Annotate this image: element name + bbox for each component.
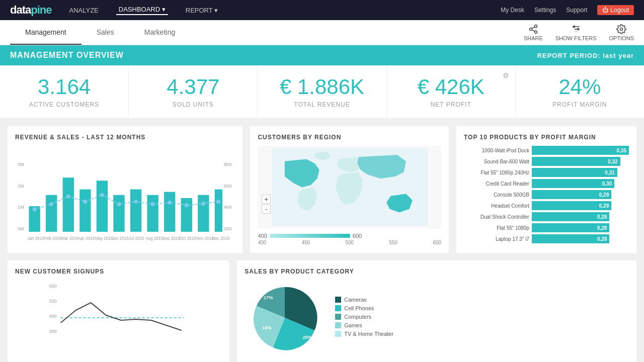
product-name: Console 500GB [464,192,529,198]
map-legend-gradient [270,234,350,238]
product-bar: 0,28 [532,223,609,232]
my-desk-link[interactable]: My Desk [501,7,524,14]
product-value: 0,28 [597,214,607,220]
top10-products-panel: TOP 10 PRODUCTS BY PROFIT MARGIN 1000-Wa… [456,126,636,253]
x-label-sep: Sep 2015 [163,236,180,241]
legend-400: 400 [258,240,266,245]
bar-mar [63,177,74,232]
x-label-may: May 2015 [95,236,113,241]
bar-aug [147,195,158,232]
svg-point-9 [577,28,579,30]
options-action[interactable]: OPTIONS [609,24,634,41]
pie-label-25: 25% [303,335,312,340]
x-label-jul: Jul 2015 [129,236,144,241]
bar-feb [46,195,57,232]
kpi-row: 3.164 ACTIVE CUSTOMERS 4.377 SOLD UNITS … [0,65,644,119]
games-dot [335,322,341,328]
top-navigation: datapine ANALYZE DASHBOARD REPORT My Des… [0,0,644,20]
logout-button[interactable]: ⏻ Logout [597,5,634,15]
kpi-value-margin: 24% [528,75,631,99]
logo[interactable]: datapine [10,4,51,17]
nav-report[interactable]: REPORT [183,7,220,14]
revenue-chart-svg: 3M 2M 1M 0M 800 600 400 200 [15,146,235,257]
x-label-aug: Aug 2015 [145,236,163,241]
world-map-svg [264,148,435,226]
power-icon: ⏻ [602,7,608,14]
product-row: Dual Shock Controller 0,28 [464,212,629,221]
product-value: 0,32 [608,159,617,164]
x-label-feb: Feb 2015 [44,236,62,241]
logout-label: Logout [610,7,629,14]
line-dot [66,195,70,199]
product-bar: 0,28 [532,234,609,243]
share-action[interactable]: SHARE [524,24,543,41]
line-dot [49,202,53,206]
line-dot [117,202,121,206]
tv-dot [335,331,341,337]
sales-category-panel: SALES BY PRODUCT CATEGORY 25% 17% 16% [237,260,636,362]
pie-container: 25% 17% 16% Cameras Cell Phones Computer… [245,280,629,355]
kpi-label-units: SOLD UNITS [141,101,245,108]
y-label-3m: 3M [18,162,24,167]
sales-category-title: SALES BY PRODUCT CATEGORY [245,268,629,275]
banner-title: MANAGEMENT OVERVIEW [10,51,124,60]
options-icon [616,24,626,34]
tab-marketing[interactable]: Marketing [129,21,190,45]
map-legend: 400 600 [258,233,441,239]
customers-region-panel: CUSTOMERS BY REGION [250,126,449,253]
x-label-apr: Apr 2015 [78,236,95,241]
kpi-label-revenue: TOTAL REVENUE [270,101,373,108]
games-label: Games [344,322,362,328]
product-bar: 0,29 [532,190,611,199]
map-legend-labels: 400 450 500 550 600 [258,240,441,245]
product-value: 0,29 [599,192,609,198]
x-label-oct: Oct 2015 [180,236,196,241]
map-zoom-in[interactable]: + [262,195,271,204]
gear-icon[interactable]: ⚙ [503,71,509,79]
y-label-600: 600 [224,184,231,189]
product-value: 0,28 [597,225,607,231]
cameras-label: Cameras [344,297,367,303]
tab-sales[interactable]: Sales [82,21,129,45]
map-zoom-out[interactable]: - [262,205,271,214]
y-label-0m: 0M [18,226,24,231]
top10-title: TOP 10 PRODUCTS BY PROFIT MARGIN [464,134,629,141]
kpi-profit-margin: 24% PROFIT MARGIN [516,65,644,118]
product-name: Credit Card Reader [464,181,529,187]
product-bar-wrap: 0,29 [532,190,629,199]
support-link[interactable]: Support [566,7,587,14]
tabs-bar: Management Sales Marketing SHARE SHOW FI… [0,20,644,45]
settings-link[interactable]: Settings [534,7,556,14]
revenue-chart-title: REVENUE & SALES - LAST 12 MONTHS [15,134,235,141]
tab-management[interactable]: Management [10,21,82,45]
legend-500: 500 [345,240,354,245]
x-label-nov: Nov 2015 [196,236,214,241]
cellphones-dot [335,305,341,311]
signups-chart-svg: 600 500 400 300 [15,280,222,345]
product-value: 0,31 [605,170,614,175]
bar-apr [79,190,91,232]
nav-dashboard[interactable]: DASHBOARD [116,6,168,15]
pie-chart-svg: 25% 17% 16% [245,280,325,355]
y-label-800: 800 [224,162,231,167]
kpi-value-profit: € 426K [399,75,503,99]
bar-jul [130,190,141,232]
share-icon [528,24,538,34]
computers-dot [335,314,341,320]
legend-games: Games [335,322,393,328]
nav-analyze[interactable]: ANALYZE [66,7,101,14]
y-600: 600 [49,284,57,289]
product-row: Console 500GB 0,29 [464,190,629,199]
kpi-label-customers: ACTIVE CUSTOMERS [13,101,116,108]
svg-line-4 [532,27,535,28]
y-label-200: 200 [224,226,231,231]
line-dot [185,203,189,207]
product-bar: 0,28 [532,212,609,221]
product-row: Credit Card Reader 0,30 [464,179,629,188]
kpi-active-customers: 3.164 ACTIVE CUSTOMERS [0,65,129,118]
show-filters-action[interactable]: SHOW FILTERS [555,24,597,41]
kpi-label-margin: PROFIT MARGIN [528,101,631,108]
map-controls: + - [262,195,271,214]
product-bar-wrap: 0,28 [532,223,629,232]
bar-nov [198,195,209,232]
